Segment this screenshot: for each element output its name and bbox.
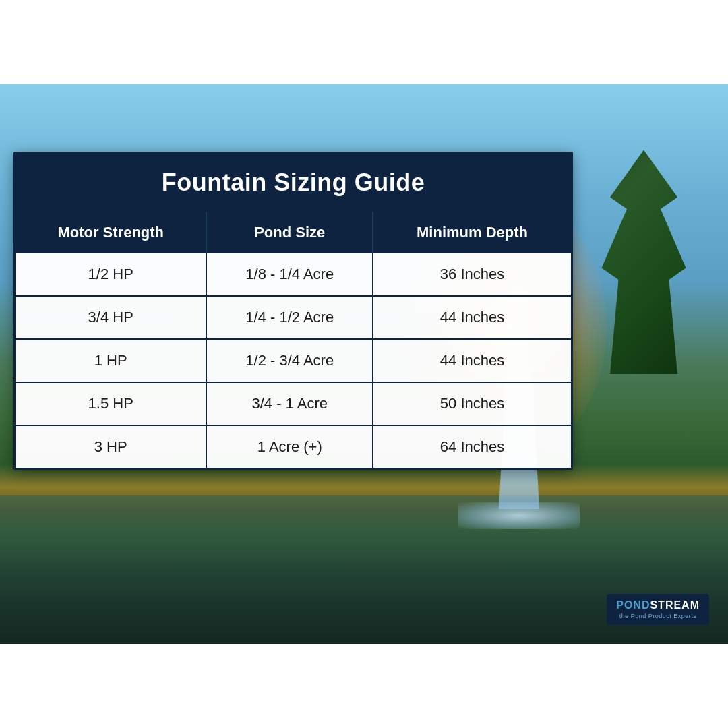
header-minimum-depth: Minimum Depth	[373, 212, 571, 253]
motor-strength-cell: 3/4 HP	[16, 296, 206, 339]
header-motor-strength: Motor Strength	[16, 212, 206, 253]
table-row: 1.5 HP 3/4 - 1 Acre 50 Inches	[16, 382, 571, 425]
motor-strength-cell: 1 HP	[16, 339, 206, 382]
table-title: Fountain Sizing Guide	[162, 169, 425, 196]
pond-size-cell: 1/2 - 3/4 Acre	[206, 339, 373, 382]
header-pond-size: Pond Size	[206, 212, 373, 253]
motor-strength-cell: 3 HP	[16, 425, 206, 468]
page-wrapper: Fountain Sizing Guide Motor Strength Pon…	[0, 0, 728, 728]
pond-size-cell: 1 Acre (+)	[206, 425, 373, 468]
pond-size-cell: 1/8 - 1/4 Acre	[206, 253, 373, 296]
logo-tagline: the Pond Product Experts	[616, 613, 700, 619]
sizing-table: Motor Strength Pond Size Minimum Depth 1…	[16, 212, 571, 468]
min-depth-cell: 36 Inches	[373, 253, 571, 296]
main-image-area: Fountain Sizing Guide Motor Strength Pon…	[0, 84, 728, 644]
logo-name: PONDSTREAM	[616, 599, 700, 611]
table-header-row: Motor Strength Pond Size Minimum Depth	[16, 212, 571, 253]
table-row: 3/4 HP 1/4 - 1/2 Acre 44 Inches	[16, 296, 571, 339]
sizing-guide-table-container: Fountain Sizing Guide Motor Strength Pon…	[13, 152, 573, 470]
table-title-row: Fountain Sizing Guide	[16, 154, 571, 212]
motor-strength-cell: 1/2 HP	[16, 253, 206, 296]
pondstream-logo: PONDSTREAM the Pond Product Experts	[607, 594, 709, 625]
min-depth-cell: 44 Inches	[373, 296, 571, 339]
min-depth-cell: 50 Inches	[373, 382, 571, 425]
logo-pond: POND	[616, 599, 650, 611]
fountain-base	[458, 502, 580, 529]
table-row: 1 HP 1/2 - 3/4 Acre 44 Inches	[16, 339, 571, 382]
min-depth-cell: 44 Inches	[373, 339, 571, 382]
min-depth-cell: 64 Inches	[373, 425, 571, 468]
pond-size-cell: 1/4 - 1/2 Acre	[206, 296, 373, 339]
motor-strength-cell: 1.5 HP	[16, 382, 206, 425]
pond-size-cell: 3/4 - 1 Acre	[206, 382, 373, 425]
table-row: 1/2 HP 1/8 - 1/4 Acre 36 Inches	[16, 253, 571, 296]
logo-stream: STREAM	[650, 599, 700, 611]
table-row: 3 HP 1 Acre (+) 64 Inches	[16, 425, 571, 468]
